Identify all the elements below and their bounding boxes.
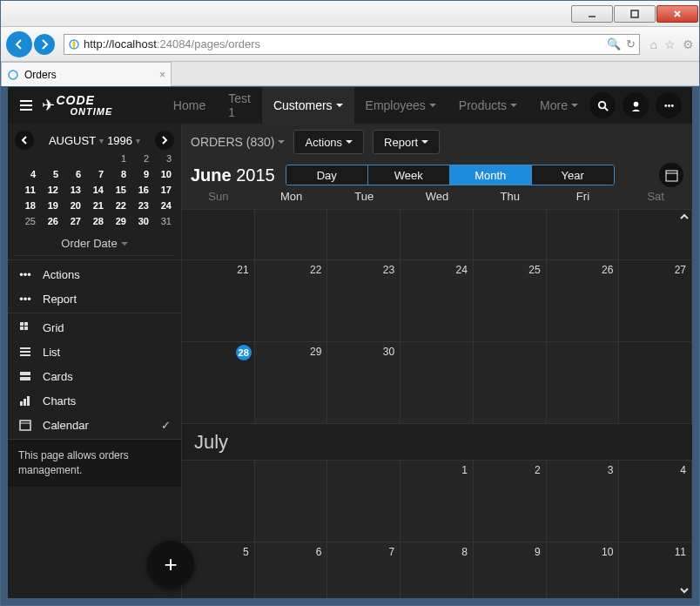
minical-day[interactable]: 5 — [37, 169, 60, 185]
minical-day[interactable]: 12 — [37, 185, 60, 200]
minical-day[interactable]: 1 — [105, 153, 128, 169]
calendar-day-cell[interactable] — [547, 210, 620, 259]
browser-forward-button[interactable] — [34, 34, 55, 55]
calendar-day-cell[interactable]: 1 — [400, 461, 474, 542]
minical-day[interactable]: 13 — [60, 185, 83, 200]
calendar-day-cell[interactable]: 4 — [619, 461, 692, 542]
menu-button[interactable] — [15, 92, 38, 118]
view-grid[interactable]: Grid — [8, 315, 181, 340]
toolbar-actions-button[interactable]: Actions — [293, 130, 364, 154]
calendar-day-cell[interactable] — [619, 342, 692, 423]
nav-test1[interactable]: Test 1 — [217, 87, 262, 124]
calendar-day-cell[interactable] — [474, 210, 547, 259]
browser-home-icon[interactable]: ⌂ — [650, 37, 657, 51]
minical-day[interactable]: 19 — [37, 200, 60, 216]
more-button[interactable] — [656, 92, 682, 118]
minical-day[interactable]: 8 — [105, 169, 128, 185]
calendar-day-cell[interactable] — [327, 461, 400, 542]
scroll-down-icon[interactable] — [678, 584, 690, 596]
calendar-day-cell[interactable] — [327, 210, 400, 259]
calendar-day-cell[interactable] — [474, 342, 547, 423]
minical-day[interactable]: 14 — [83, 185, 105, 200]
calendar-day-cell[interactable]: 8 — [400, 542, 474, 598]
calendar-day-cell[interactable]: 28 — [182, 342, 255, 423]
calendar-day-cell[interactable] — [547, 342, 620, 423]
minical-day[interactable]: 22 — [105, 200, 128, 216]
search-button[interactable] — [589, 92, 616, 118]
calendar-day-cell[interactable]: 9 — [474, 542, 547, 598]
calendar-day-cell[interactable]: 24 — [400, 260, 474, 341]
minical-day[interactable]: 23 — [128, 200, 151, 216]
minical-day[interactable]: 2 — [128, 153, 151, 169]
minical-day[interactable]: 20 — [60, 200, 83, 216]
minical-day[interactable]: 24 — [151, 200, 173, 216]
minical-day[interactable]: 31 — [151, 216, 173, 232]
calendar-day-cell[interactable]: 6 — [255, 542, 328, 598]
browser-back-button[interactable] — [6, 31, 32, 57]
view-cards[interactable]: Cards — [8, 364, 181, 388]
address-refresh-icon[interactable]: ↻ — [626, 37, 636, 50]
seg-week[interactable]: Week — [368, 165, 450, 185]
calendar-day-cell[interactable] — [400, 210, 474, 259]
browser-favorites-icon[interactable]: ☆ — [664, 37, 676, 51]
calendar-day-cell[interactable]: 27 — [619, 260, 692, 341]
view-calendar[interactable]: Calendar✓ — [8, 413, 181, 437]
minical-day[interactable]: 27 — [60, 216, 83, 232]
calendar-day-cell[interactable]: 26 — [547, 260, 620, 341]
minical-day[interactable]: 4 — [15, 169, 37, 185]
calendar-day-cell[interactable]: 3 — [547, 461, 620, 542]
minical-day[interactable]: 26 — [37, 216, 60, 232]
minical-day[interactable]: 25 — [15, 216, 37, 232]
view-charts[interactable]: Charts — [8, 388, 181, 413]
seg-year[interactable]: Year — [532, 165, 614, 185]
minical-next-button[interactable] — [155, 131, 174, 150]
calendar-day-cell[interactable] — [400, 342, 474, 423]
tab-close-icon[interactable]: × — [159, 69, 165, 81]
browser-tab[interactable]: Orders × — [1, 62, 172, 86]
minical-day[interactable]: 18 — [15, 200, 37, 216]
add-fab[interactable]: + — [147, 541, 194, 588]
minical-prev-button[interactable] — [15, 131, 34, 150]
calendar-day-cell[interactable]: 2 — [474, 461, 547, 542]
calendar-day-cell[interactable]: 10 — [547, 542, 620, 598]
nav-home[interactable]: Home — [162, 87, 217, 124]
toolbar-report-button[interactable]: Report — [373, 130, 440, 154]
calendar-scroll-area[interactable]: 21222324252627282930 July 1234567891011 — [182, 209, 692, 598]
calendar-day-cell[interactable]: 7 — [327, 542, 400, 598]
window-close-button[interactable] — [656, 5, 698, 23]
minical-day[interactable]: 3 — [151, 153, 173, 169]
sidebar-actions[interactable]: •••Actions — [8, 262, 181, 286]
minical-day[interactable]: 29 — [105, 216, 128, 232]
minical-field-selector[interactable]: Order Date — [15, 232, 174, 256]
nav-employees[interactable]: Employees — [354, 87, 448, 124]
nav-products[interactable]: Products — [448, 87, 528, 124]
minical-day[interactable]: 28 — [83, 216, 105, 232]
calendar-day-cell[interactable] — [182, 210, 255, 259]
minical-day[interactable]: 6 — [60, 169, 83, 185]
minical-day[interactable]: 7 — [83, 169, 105, 185]
today-button[interactable] — [659, 163, 683, 187]
calendar-day-cell[interactable]: 25 — [474, 260, 547, 341]
address-search-icon[interactable]: 🔍 — [607, 37, 621, 50]
minical-day[interactable]: 9 — [128, 169, 151, 185]
minical-day[interactable]: 11 — [15, 185, 37, 200]
browser-address-bar[interactable]: http://localhost:24084/pages/orders 🔍 ↻ — [64, 34, 640, 55]
minical-day[interactable]: 30 — [128, 216, 151, 232]
calendar-day-cell[interactable]: 21 — [182, 260, 255, 341]
nav-more[interactable]: More — [528, 87, 589, 124]
calendar-day-cell[interactable]: 22 — [255, 260, 328, 341]
scroll-up-icon[interactable] — [678, 211, 690, 223]
window-maximize-button[interactable] — [614, 5, 656, 23]
calendar-day-cell[interactable]: 29 — [255, 342, 328, 423]
account-button[interactable] — [623, 92, 649, 118]
minical-day[interactable]: 15 — [105, 185, 128, 200]
nav-customers[interactable]: Customers — [262, 87, 354, 124]
calendar-day-cell[interactable] — [255, 210, 328, 259]
view-list[interactable]: List — [8, 340, 181, 364]
calendar-day-cell[interactable] — [255, 461, 328, 542]
browser-tools-icon[interactable]: ⚙ — [683, 37, 694, 51]
minical-day[interactable]: 16 — [128, 185, 151, 200]
window-minimize-button[interactable] — [571, 5, 613, 23]
calendar-day-cell[interactable]: 30 — [327, 342, 400, 423]
seg-day[interactable]: Day — [286, 165, 368, 185]
